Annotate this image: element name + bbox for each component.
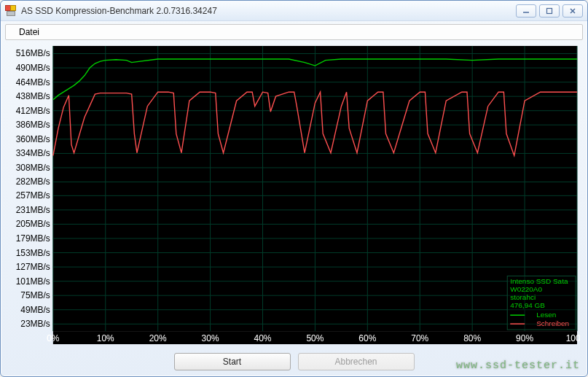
svg-text:476,94 GB: 476,94 GB	[510, 301, 545, 309]
svg-text:storahci: storahci	[510, 293, 536, 301]
svg-text:334MB/s: 334MB/s	[16, 148, 50, 158]
svg-text:90%: 90%	[516, 333, 533, 343]
svg-text:101MB/s: 101MB/s	[16, 276, 50, 287]
svg-rect-1	[547, 8, 552, 13]
menu-file[interactable]: Datei	[13, 26, 45, 39]
svg-text:205MB/s: 205MB/s	[16, 219, 50, 229]
svg-text:100%: 100%	[566, 333, 580, 343]
svg-text:179MB/s: 179MB/s	[16, 233, 50, 244]
svg-text:50%: 50%	[306, 333, 324, 343]
svg-text:516MB/s: 516MB/s	[16, 49, 50, 59]
app-icon	[5, 5, 17, 17]
svg-text:386MB/s: 386MB/s	[16, 120, 50, 130]
svg-text:75MB/s: 75MB/s	[20, 290, 50, 300]
svg-text:464MB/s: 464MB/s	[16, 77, 50, 88]
maximize-button[interactable]	[539, 4, 560, 18]
svg-text:Lesen: Lesen	[536, 311, 556, 319]
svg-text:Schreiben: Schreiben	[536, 319, 569, 327]
svg-text:257MB/s: 257MB/s	[16, 190, 50, 201]
svg-text:153MB/s: 153MB/s	[16, 248, 50, 258]
svg-text:Intenso SSD Sata: Intenso SSD Sata	[510, 277, 568, 285]
start-button[interactable]: Start	[174, 353, 291, 370]
window-title: AS SSD Kompression-Benchmark 2.0.7316.34…	[21, 6, 516, 16]
svg-text:10%: 10%	[97, 333, 114, 343]
svg-text:490MB/s: 490MB/s	[16, 63, 50, 73]
svg-text:127MB/s: 127MB/s	[16, 262, 50, 272]
svg-text:360MB/s: 360MB/s	[16, 134, 50, 144]
svg-text:23MB/s: 23MB/s	[20, 319, 50, 329]
svg-text:412MB/s: 412MB/s	[16, 106, 50, 116]
svg-text:438MB/s: 438MB/s	[16, 91, 50, 101]
menubar: Datei	[5, 24, 583, 40]
svg-text:0%: 0%	[47, 333, 60, 343]
close-button[interactable]	[562, 4, 583, 18]
watermark: www.ssd-tester.it	[456, 359, 580, 372]
cancel-button[interactable]: Abbrechen	[298, 353, 415, 370]
minimize-button[interactable]	[516, 4, 536, 18]
chart: 23MB/s49MB/s75MB/s101MB/s127MB/s153MB/s1…	[8, 44, 580, 346]
svg-text:30%: 30%	[202, 333, 219, 343]
svg-text:70%: 70%	[411, 333, 428, 343]
svg-text:W0220A0: W0220A0	[510, 285, 542, 293]
svg-text:231MB/s: 231MB/s	[16, 205, 50, 215]
svg-text:308MB/s: 308MB/s	[16, 163, 50, 173]
svg-text:60%: 60%	[358, 333, 376, 343]
svg-text:282MB/s: 282MB/s	[16, 177, 50, 187]
app-window: AS SSD Kompression-Benchmark 2.0.7316.34…	[0, 0, 588, 377]
svg-text:49MB/s: 49MB/s	[20, 305, 50, 315]
svg-text:40%: 40%	[254, 333, 272, 343]
svg-text:20%: 20%	[149, 333, 167, 343]
titlebar[interactable]: AS SSD Kompression-Benchmark 2.0.7316.34…	[1, 1, 587, 21]
svg-text:80%: 80%	[463, 333, 481, 343]
